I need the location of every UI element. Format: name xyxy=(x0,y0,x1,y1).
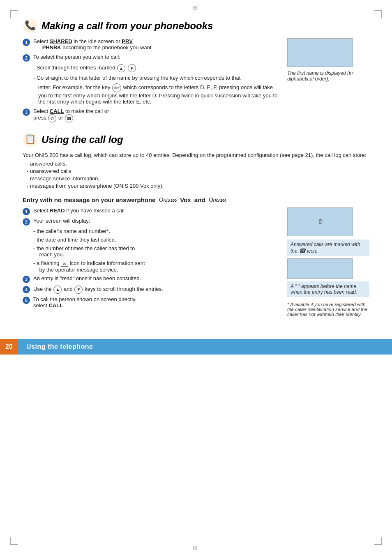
onis-vox-logo: Onis200 xyxy=(159,196,177,203)
step2-num: 2 xyxy=(23,54,30,62)
section1-steps: 1 Select SHARED in the idle screen or PR… xyxy=(23,38,369,125)
entry-heading-text: Entry with no message on your answerphon… xyxy=(23,196,157,203)
step1-text-mid: in the idle screen or xyxy=(72,38,122,44)
handset-key-icon: ☎ xyxy=(65,114,73,122)
entry-step5-content: To call the person shown on screen direc… xyxy=(33,296,281,309)
bar-text: Using the telephone xyxy=(18,343,93,350)
entry-step1: 1 Select READ if you have missed a call. xyxy=(23,207,281,215)
updown-arrow-icon: ⇕ xyxy=(317,217,323,226)
bullet-answered: answered calls, xyxy=(27,161,369,167)
bottom-bar: 20 Using the telephone xyxy=(0,339,392,355)
entry-screen-area: ⇕ xyxy=(287,207,369,236)
entry-step3: 3 An entry is "read" once it has been co… xyxy=(23,275,281,283)
step3-text: Select xyxy=(33,108,50,114)
step3-or: or xyxy=(58,115,65,121)
disp-bullet4: - a flashing ✉ icon to indicate informat… xyxy=(33,260,281,273)
entry-step5-num: 5 xyxy=(23,297,30,304)
bullet-message-service: message service information, xyxy=(27,175,369,182)
info-box-read: A " " appears before the name when the e… xyxy=(287,281,369,297)
bullet1: - Scroll through the entries marked ▲ ▼ … xyxy=(33,64,281,72)
step3-suffix: to make the call or xyxy=(64,108,109,114)
footnote: * Available if you have registered with … xyxy=(287,302,369,317)
down-key2-icon: ▼ xyxy=(74,286,83,294)
entry-section: 1 Select READ if you have missed a call.… xyxy=(23,207,369,317)
screen-mockup-1 xyxy=(287,38,353,67)
step3-press: press xyxy=(33,115,48,121)
entry-step5: 5 To call the person shown on screen dir… xyxy=(23,296,281,309)
step3-content: Select CALL to make the call or press ✆ … xyxy=(33,108,281,122)
step2: 2 To select the person you wish to call: xyxy=(23,54,281,62)
entry-step4-and: and xyxy=(64,286,74,292)
entry-step2: 2 Your screen will display: xyxy=(23,218,281,226)
entry-step4: 4 Use the ▲ and ▼ keys to scroll through… xyxy=(23,286,281,294)
entry-step3-num: 3 xyxy=(23,276,30,283)
entry-step1-keyword: READ xyxy=(50,207,65,214)
step1-keyword1: SHARED xyxy=(50,38,72,44)
calllog-icon: 📋 xyxy=(23,132,37,147)
call-key-icon: ✆ xyxy=(48,114,56,122)
entry-step1-text: Select xyxy=(33,207,50,214)
bottom-crosshair xyxy=(192,543,200,552)
key-example: letter. For example, for the key def whi… xyxy=(33,83,281,105)
up-key2-icon: ▲ xyxy=(53,286,62,294)
entry-step4-content: Use the ▲ and ▼ keys to scroll through t… xyxy=(33,286,281,294)
step3: 3 Select CALL to make the call or press … xyxy=(23,108,281,122)
vox-text: Vox xyxy=(178,196,193,203)
def-key-icon: def xyxy=(112,83,121,92)
disp-bullet1: - the caller's name and number*. xyxy=(33,228,281,234)
step1-text-after: according to the phonebook you want xyxy=(61,44,152,51)
info-box2-text: A " " appears before the name when the e… xyxy=(291,283,357,295)
envelope-icon: ✉ xyxy=(61,261,68,267)
disp-bullet3: - the number of times the caller has tri… xyxy=(33,245,281,258)
and-text: and xyxy=(194,196,207,203)
step2-text: To select the person you wish to call: xyxy=(33,54,120,60)
entry-step2-text: Your screen will display: xyxy=(33,218,90,224)
section2-intro: Your ONIS 200 has a call log, which can … xyxy=(23,152,369,158)
up-key-icon: ▲ xyxy=(117,64,125,72)
entry-step2-num: 2 xyxy=(23,218,30,226)
step1-num: 1 xyxy=(23,39,30,46)
entry-step5-keyword: CALL xyxy=(49,302,63,309)
step1: 1 Select SHARED in the idle screen or PR… xyxy=(23,38,281,51)
page-number: 20 xyxy=(0,339,18,355)
entry-step5-end: . xyxy=(63,302,65,309)
onis2-logo: Onis200 xyxy=(209,196,227,203)
display-bullets: - the caller's name and number*. - the d… xyxy=(23,228,281,273)
down-key-icon: ▼ xyxy=(128,64,136,72)
entry-step4-num: 4 xyxy=(23,286,30,293)
entry-step1-num: 1 xyxy=(23,208,30,215)
info-box1-end: icon. xyxy=(307,248,317,254)
entry-step4-text: Use the xyxy=(33,286,53,292)
section1-title: 📞 Making a call from your phonebooks xyxy=(23,18,369,33)
disp-bullet2: - the date and time they last called. xyxy=(33,237,281,243)
entry-step4-end: keys to scroll through the entries. xyxy=(85,286,163,292)
screen-mockup-2: ⇕ xyxy=(287,207,353,236)
entry-side: ⇕ Answered calls are marked with the ☎ i… xyxy=(287,207,369,317)
entry-step2-content: Your screen will display: xyxy=(33,218,281,224)
phonebook-icon: 📞 xyxy=(23,18,37,33)
section2-title: 📋 Using the call log xyxy=(23,132,369,147)
step1-content: Select SHARED in the idle screen or PRV … xyxy=(33,38,281,51)
step2-content: To select the person you wish to call: xyxy=(33,54,281,60)
section1-bullets: - Scroll through the entries marked ▲ ▼ … xyxy=(23,64,281,105)
entry-step1-suffix: if you have missed a call. xyxy=(65,207,126,214)
screen-mockup-3 xyxy=(287,258,353,279)
bullet-answerphone: messages from your answerphone (ONIS 200… xyxy=(27,183,369,189)
info-box-answered: Answered calls are marked with the ☎ ico… xyxy=(287,240,369,256)
step3-keyword: CALL xyxy=(50,108,64,114)
section1-side: The first name is displayed (in alphabet… xyxy=(287,38,369,125)
step1-text-before: Select xyxy=(33,38,50,44)
entry-step1-content: Select READ if you have missed a call. xyxy=(33,207,281,214)
top-crosshair xyxy=(192,3,200,12)
section2-bullets: answered calls, unanswered calls, messag… xyxy=(27,161,369,189)
bullet2: - Go straight to the first letter of the… xyxy=(33,75,281,81)
screen-note-1: The first name is displayed (in alphabet… xyxy=(287,70,369,82)
step3-num: 3 xyxy=(23,108,30,116)
entry-heading: Entry with no message on your answerphon… xyxy=(23,196,369,203)
phone-icon-inline: ☎ xyxy=(299,247,306,254)
svg-text:📋: 📋 xyxy=(25,134,36,145)
svg-text:📞: 📞 xyxy=(25,20,36,31)
entry-step3-content: An entry is "read" once it has been cons… xyxy=(33,275,281,281)
bullet-unanswered: unanswered calls, xyxy=(27,168,369,174)
